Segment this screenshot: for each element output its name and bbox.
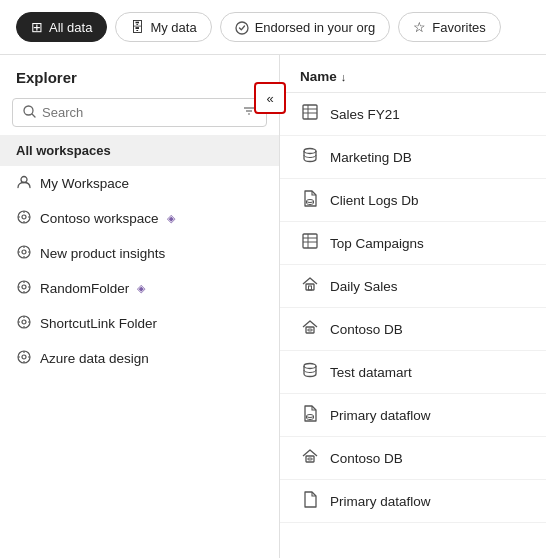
svg-line-2 (32, 114, 35, 117)
workspace-icon-random (16, 279, 32, 298)
collapse-button[interactable]: « (254, 82, 286, 114)
sidebar: Explorer (0, 55, 280, 558)
top-nav: ⊞ All data 🗄 My data Endorsed in your or… (0, 0, 546, 55)
list-item[interactable]: Contoso DB (280, 308, 546, 351)
workspace-list: All workspaces My Workspace (0, 135, 279, 376)
search-bar[interactable] (12, 98, 267, 127)
search-input[interactable] (42, 105, 236, 120)
svg-point-51 (304, 364, 316, 369)
grid2-icon (300, 232, 320, 254)
list-item[interactable]: Sales FY21 (280, 93, 546, 136)
list-item[interactable]: Client Logs Db (280, 179, 546, 222)
workspace-icon-azure (16, 349, 32, 368)
person-icon (16, 174, 32, 193)
tab-my-data[interactable]: 🗄 My data (115, 12, 211, 42)
tab-endorsed[interactable]: Endorsed in your org (220, 12, 391, 42)
file-icon (300, 490, 320, 512)
workspace-icon-new-product (16, 244, 32, 263)
list-item[interactable]: Daily Sales (280, 265, 546, 308)
svg-point-20 (22, 285, 26, 289)
svg-point-41 (304, 149, 316, 154)
svg-point-26 (22, 320, 26, 324)
sidebar-item-azure[interactable]: Azure data design (0, 341, 279, 376)
svg-point-54 (308, 458, 313, 460)
sidebar-item-shortcut[interactable]: ShortcutLink Folder (0, 306, 279, 341)
workspace-icon-shortcut (16, 314, 32, 333)
workspace-icon-contoso (16, 209, 32, 228)
list-item[interactable]: Primary dataflow (280, 480, 546, 523)
premium-icon-contoso: ◈ (167, 212, 175, 225)
db-icon (300, 146, 320, 168)
content-header[interactable]: Name ↓ (280, 55, 546, 93)
tab-favorites[interactable]: ☆ Favorites (398, 12, 500, 42)
sidebar-item-random-folder[interactable]: RandomFolder ◈ (0, 271, 279, 306)
database-icon: 🗄 (130, 19, 144, 35)
list-item[interactable]: Test datamart (280, 351, 546, 394)
svg-point-42 (307, 200, 314, 203)
svg-point-8 (22, 215, 26, 219)
main-layout: Explorer (0, 55, 546, 558)
search-icon (23, 105, 36, 121)
list-item[interactable]: Marketing DB (280, 136, 546, 179)
sidebar-item-my-workspace[interactable]: My Workspace (0, 166, 279, 201)
list-item[interactable]: Contoso DB (280, 437, 546, 480)
endorsed-icon (235, 19, 249, 35)
sidebar-title: Explorer (0, 55, 279, 94)
house-icon (300, 275, 320, 297)
svg-point-52 (307, 415, 314, 418)
sidebar-item-contoso[interactable]: Contoso workspace ◈ (0, 201, 279, 236)
sidebar-item-new-product[interactable]: New product insights (0, 236, 279, 271)
file-db2-icon (300, 404, 320, 426)
svg-point-6 (21, 177, 27, 183)
list-item[interactable]: Top Campaigns (280, 222, 546, 265)
star-icon: ☆ (413, 19, 426, 35)
svg-rect-47 (306, 284, 314, 290)
svg-rect-37 (303, 105, 317, 119)
file-db-icon (300, 189, 320, 211)
tab-all-data[interactable]: ⊞ All data (16, 12, 107, 42)
grid-icon: ⊞ (31, 19, 43, 35)
db2-icon (300, 361, 320, 383)
house-db-icon (300, 318, 320, 340)
premium-icon-random: ◈ (137, 282, 145, 295)
svg-point-32 (22, 355, 26, 359)
sort-asc-icon: ↓ (341, 71, 347, 83)
house-db2-icon (300, 447, 320, 469)
list-item[interactable]: Primary dataflow (280, 394, 546, 437)
svg-rect-43 (303, 234, 317, 248)
svg-point-50 (308, 329, 313, 331)
all-workspaces-header: All workspaces (0, 135, 279, 166)
svg-point-14 (22, 250, 26, 254)
content-panel: Name ↓ Sales FY21 (280, 55, 546, 558)
dataset-icon (300, 103, 320, 125)
